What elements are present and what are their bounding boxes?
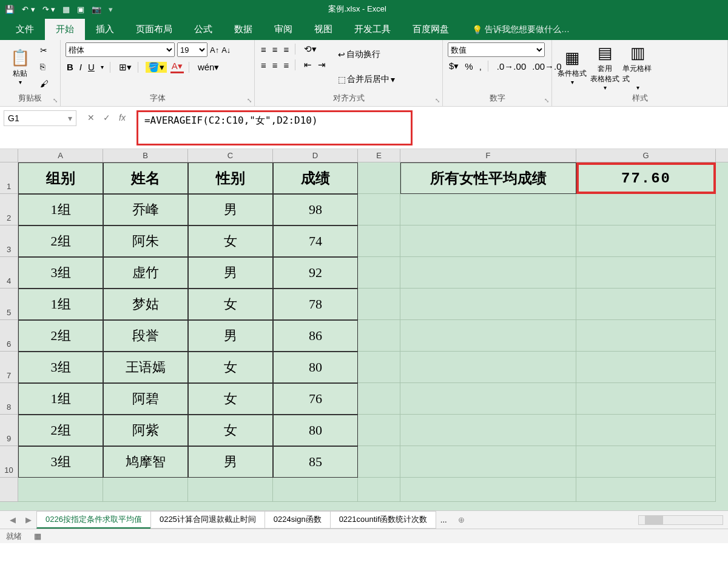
cell[interactable]: 98	[273, 194, 358, 225]
cell[interactable]	[358, 446, 400, 478]
increase-indent-icon[interactable]: ⇥	[317, 59, 327, 70]
row-header[interactable]: 7	[0, 352, 18, 383]
cell[interactable]: 80	[273, 415, 358, 446]
cell[interactable]	[358, 415, 400, 446]
tab-home[interactable]: 开始	[45, 19, 85, 40]
cell[interactable]	[103, 478, 188, 502]
new-sheet-icon[interactable]: ⊕	[452, 515, 471, 524]
cell[interactable]: 2组	[18, 415, 103, 446]
align-center-icon[interactable]: ≡	[271, 60, 279, 70]
underline-button[interactable]: U	[87, 62, 96, 72]
cell[interactable]: 3组	[18, 352, 103, 383]
increase-font-icon[interactable]: A↑	[210, 45, 219, 55]
fill-color-icon[interactable]: 🪣▾	[146, 62, 167, 73]
cell[interactable]: 阿紫	[103, 415, 188, 446]
cell[interactable]	[400, 320, 576, 352]
tab-baidu[interactable]: 百度网盘	[402, 19, 460, 40]
align-right-icon[interactable]: ≡	[283, 60, 291, 70]
cell[interactable]: 74	[273, 225, 358, 257]
cell[interactable]: 性别	[188, 162, 273, 194]
column-header[interactable]: B	[103, 149, 188, 162]
font-name-select[interactable]: 楷体	[66, 42, 175, 57]
cell[interactable]	[358, 257, 400, 289]
cell[interactable]: 3组	[18, 446, 103, 478]
tab-developer[interactable]: 开发工具	[343, 19, 402, 40]
cell[interactable]: 阿朱	[103, 225, 188, 257]
cell[interactable]	[273, 478, 358, 502]
currency-icon[interactable]: $▾	[448, 61, 460, 72]
cell[interactable]	[576, 478, 716, 502]
cell[interactable]	[358, 162, 400, 194]
cell[interactable]	[576, 289, 716, 320]
format-painter-icon[interactable]: 🖌	[38, 78, 51, 90]
cell[interactable]	[400, 446, 576, 478]
column-header[interactable]: D	[273, 149, 358, 162]
cell[interactable]	[358, 478, 400, 502]
copy-icon[interactable]: ⎘	[38, 61, 51, 73]
cell[interactable]: 鸠摩智	[103, 446, 188, 478]
cell[interactable]: 85	[273, 446, 358, 478]
sheet-tab[interactable]: 0226按指定条件求取平均值	[36, 511, 151, 529]
column-header[interactable]: A	[18, 149, 103, 162]
cell[interactable]	[400, 225, 576, 257]
cancel-formula-icon[interactable]: ✕	[87, 113, 95, 122]
comma-icon[interactable]: ,	[478, 61, 483, 72]
row-header[interactable]: 3	[0, 225, 18, 257]
sheet-nav-prev-icon[interactable]: ◀	[5, 515, 21, 524]
phonetic-icon[interactable]: wén▾	[197, 62, 221, 73]
cell[interactable]: 92	[273, 257, 358, 289]
row-header[interactable]: 10	[0, 446, 18, 478]
align-left-icon[interactable]: ≡	[260, 60, 268, 70]
increase-decimal-icon[interactable]: .0→.00	[496, 61, 527, 72]
decrease-indent-icon[interactable]: ⇤	[303, 59, 313, 70]
font-color-icon[interactable]: A▾	[170, 61, 184, 73]
cell[interactable]: 男	[188, 194, 273, 225]
cell[interactable]: 阿碧	[103, 383, 188, 415]
font-size-select[interactable]: 19	[177, 42, 207, 57]
cell[interactable]: 乔峰	[103, 194, 188, 225]
sheet-tab[interactable]: 0221countif函数统计次数	[330, 511, 436, 529]
column-header[interactable]: G	[576, 149, 716, 162]
cell[interactable]	[576, 352, 716, 383]
row-header[interactable]: 6	[0, 320, 18, 352]
align-bottom-icon[interactable]: ≡	[283, 44, 291, 55]
cell[interactable]	[400, 194, 576, 225]
cell[interactable]: 姓名	[103, 162, 188, 194]
dialog-launcher-icon[interactable]: ⤡	[53, 97, 58, 104]
save-icon[interactable]: 💾	[5, 5, 15, 14]
cell[interactable]: 男	[188, 320, 273, 352]
dialog-launcher-icon[interactable]: ⤡	[247, 97, 252, 104]
cell[interactable]: 成绩	[273, 162, 358, 194]
tab-layout[interactable]: 页面布局	[125, 19, 183, 40]
qat-icon[interactable]: ▣	[77, 5, 84, 14]
tab-formulas[interactable]: 公式	[183, 19, 223, 40]
cell[interactable]	[358, 352, 400, 383]
cell[interactable]: 80	[273, 352, 358, 383]
percent-icon[interactable]: %	[463, 61, 474, 72]
merge-center-button[interactable]: ⬚合并后居中 ▾	[335, 73, 397, 86]
tab-insert[interactable]: 插入	[85, 19, 125, 40]
spreadsheet-grid[interactable]: ABCDEFG 1组别姓名性别成绩所有女性平均成绩77.6021组乔峰男9832…	[0, 149, 728, 510]
cell[interactable]	[576, 257, 716, 289]
cell[interactable]: 女	[188, 225, 273, 257]
row-header[interactable]: 1	[0, 162, 18, 194]
wrap-text-button[interactable]: ↩自动换行	[335, 48, 397, 61]
cell[interactable]	[358, 383, 400, 415]
cell[interactable]: 1组	[18, 383, 103, 415]
qat-more-icon[interactable]: ▾	[109, 5, 113, 14]
fx-icon[interactable]: fx	[119, 113, 126, 122]
cell[interactable]: 梦姑	[103, 289, 188, 320]
cell[interactable]: 女	[188, 383, 273, 415]
bold-button[interactable]: B	[66, 62, 75, 72]
cell[interactable]	[400, 478, 576, 502]
row-header[interactable]: 9	[0, 415, 18, 446]
name-box[interactable]: G1 ▾	[4, 110, 76, 126]
cell[interactable]: 2组	[18, 320, 103, 352]
cell[interactable]: 女	[188, 289, 273, 320]
column-header[interactable]: F	[400, 149, 576, 162]
cell[interactable]	[358, 320, 400, 352]
camera-icon[interactable]: 📷	[92, 5, 101, 14]
cell[interactable]	[576, 383, 716, 415]
orientation-icon[interactable]: ⟲▾	[303, 44, 318, 55]
cell[interactable]: 女	[188, 415, 273, 446]
